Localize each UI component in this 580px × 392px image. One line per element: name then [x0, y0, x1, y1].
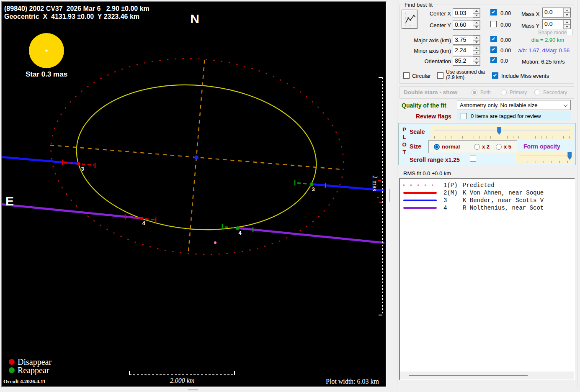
center-y-err-checkbox[interactable]	[490, 21, 497, 27]
double-stars-both-label: Both	[480, 90, 491, 95]
spin-up-icon[interactable]	[473, 36, 480, 40]
list-item[interactable]: 4 R Nolthenius, near Scot	[400, 204, 574, 212]
scale-slider-thumb[interactable]	[497, 127, 501, 135]
spin-down-icon[interactable]	[563, 24, 570, 29]
include-miss-checkbox[interactable]	[492, 72, 498, 79]
chord4-label-right: 4	[238, 230, 242, 236]
scale-label: Scale	[410, 128, 425, 135]
occultation-plot[interactable]: Star 0.3 mas (89840) 2002 CV37 2026 Mar …	[1, 1, 387, 387]
chord4-line-swatch	[403, 207, 437, 209]
include-miss-label: Include Miss events	[501, 73, 549, 79]
spin-down-icon[interactable]	[473, 51, 480, 55]
list-item[interactable]: 1(P) Predicted	[400, 182, 574, 189]
scale-bar-label: 2.000 km	[170, 377, 195, 384]
horizontal-scrollbar[interactable]	[400, 372, 574, 379]
size-radio-group: normal x 2 x 5	[428, 140, 517, 153]
vertical-splitter-grip[interactable]	[389, 189, 390, 202]
center-x-spinner[interactable]: 0.03	[453, 8, 480, 18]
form-opacity-slider-thumb[interactable]	[567, 152, 572, 160]
circular-checkbox[interactable]	[403, 72, 410, 79]
check-icon	[492, 58, 495, 61]
size-x2-radio[interactable]	[474, 144, 480, 150]
predicted-center-dot	[214, 241, 217, 244]
chord4-right-segment	[237, 228, 384, 243]
quality-fit-dropdown[interactable]: Astrometry only. No reliable size	[457, 100, 571, 110]
review-flags-box: 0 items are tagged for review	[457, 111, 571, 120]
shape-model-checkbox	[567, 29, 573, 35]
orientation-err-value: 0.0	[500, 58, 508, 64]
spin-up-icon[interactable]	[473, 56, 480, 61]
spin-down-icon[interactable]	[473, 40, 480, 45]
list-item[interactable]: 3 K Bender, near Scotts V	[400, 197, 574, 204]
list-item[interactable]: 2(M) K Von Ahnen, near Soque	[400, 189, 574, 197]
plot-title-line1: (89840) 2002 CV37 2026 Mar 6 2.90 ±0.00 …	[4, 5, 150, 12]
center-x-err-checkbox[interactable]	[490, 9, 497, 15]
spin-up-icon[interactable]	[473, 20, 480, 25]
spin-up-icon[interactable]	[563, 20, 570, 24]
scale-slider[interactable]	[430, 126, 574, 140]
line-chart-icon	[404, 12, 416, 27]
scrollbar-thumb[interactable]	[409, 375, 528, 376]
use-assumed-dia-label: Use assumed dia (2.9 km)	[446, 69, 485, 80]
fit-plot-button[interactable]	[402, 10, 418, 29]
review-flags-label: Review flags	[416, 113, 451, 120]
review-flags-text: 0 items are tagged for review	[471, 113, 541, 119]
center-y-spinner[interactable]: 0.60	[453, 20, 480, 30]
mass-x-spinner[interactable]: 0.0	[542, 8, 571, 18]
form-opacity-label: Form opacity	[523, 143, 560, 150]
scale-bar-bracket	[129, 371, 235, 375]
double-stars-secondary-label: Secondary	[543, 90, 567, 95]
find-best-fit-title: Find best fit	[403, 2, 434, 8]
horizontal-splitter-grip[interactable]	[188, 389, 198, 390]
review-flags-checkbox[interactable]	[461, 113, 467, 119]
reappear-dot-icon	[9, 367, 15, 373]
spin-up-icon[interactable]	[473, 46, 480, 51]
major-axis-err-value: 0.00	[500, 37, 511, 43]
chord3-reappear-point	[310, 182, 314, 186]
chord3-line-swatch	[403, 200, 437, 201]
east-label: E	[5, 194, 14, 208]
ellipse-center-marker	[194, 156, 198, 160]
vertical-scale-label: 2 mas	[371, 175, 379, 191]
mass-y-spinner[interactable]: 0.0	[542, 19, 571, 29]
scroll-range-checkbox[interactable]	[470, 156, 476, 162]
minor-axis-spinner[interactable]: 2.24	[453, 46, 480, 55]
plot-width-label: Plot width: 6.03 km	[326, 378, 379, 385]
check-icon	[492, 47, 495, 51]
plot-canvas: Star 0.3 mas (89840) 2002 CV37 2026 Mar …	[2, 2, 386, 387]
spin-down-icon[interactable]	[473, 13, 480, 18]
major-axis-err-checkbox[interactable]	[490, 36, 497, 42]
check-icon	[493, 73, 497, 77]
axis-ratio-readout: a/b: 1.67, dMag: 0.56	[518, 47, 570, 54]
size-normal-label: normal	[442, 143, 460, 150]
spin-down-icon[interactable]	[563, 13, 570, 17]
vertical-scale-bracket	[379, 77, 382, 315]
observations-listbox[interactable]: 1(P) Predicted 2(M) K Von Ahnen, near So…	[399, 178, 575, 380]
double-stars-primary-radio	[501, 90, 507, 95]
size-x5-radio[interactable]	[496, 144, 502, 150]
spin-up-icon[interactable]	[563, 8, 570, 13]
check-icon	[492, 10, 495, 14]
orientation-err-checkbox[interactable]	[490, 57, 497, 63]
spin-down-icon[interactable]	[473, 61, 480, 66]
control-panel: Find best fit Center X 0.03 0.00 Mass X …	[397, 1, 578, 388]
double-stars-both-radio	[472, 90, 477, 95]
spin-down-icon[interactable]	[473, 25, 480, 30]
orientation-spinner[interactable]: 85.2	[453, 56, 480, 66]
minor-axis-err-value: 0.00	[500, 47, 511, 54]
center-x-err-value: 0.00	[500, 10, 511, 16]
plot-title-line2: Geocentric X 4131.93 ±0.00 Y 2323.46 km	[4, 13, 139, 20]
size-normal-radio[interactable]	[434, 144, 440, 150]
disappear-dot-icon	[9, 359, 15, 365]
minor-axis-err-checkbox[interactable]	[490, 46, 497, 53]
star-center-dot	[45, 49, 47, 51]
spin-up-icon[interactable]	[473, 9, 480, 13]
shape-model-label: Shape model	[538, 30, 568, 36]
use-assumed-dia-checkbox[interactable]	[437, 72, 443, 79]
form-opacity-slider[interactable]	[516, 151, 574, 164]
rms-fit-label: RMS fit 0.0 ±0.0 km	[403, 170, 451, 177]
major-axis-spinner[interactable]: 3.75	[453, 35, 480, 45]
chord3-label-right: 3	[312, 186, 314, 192]
center-x-label: Center X	[419, 10, 451, 17]
chord4-label-left: 4	[142, 220, 145, 226]
